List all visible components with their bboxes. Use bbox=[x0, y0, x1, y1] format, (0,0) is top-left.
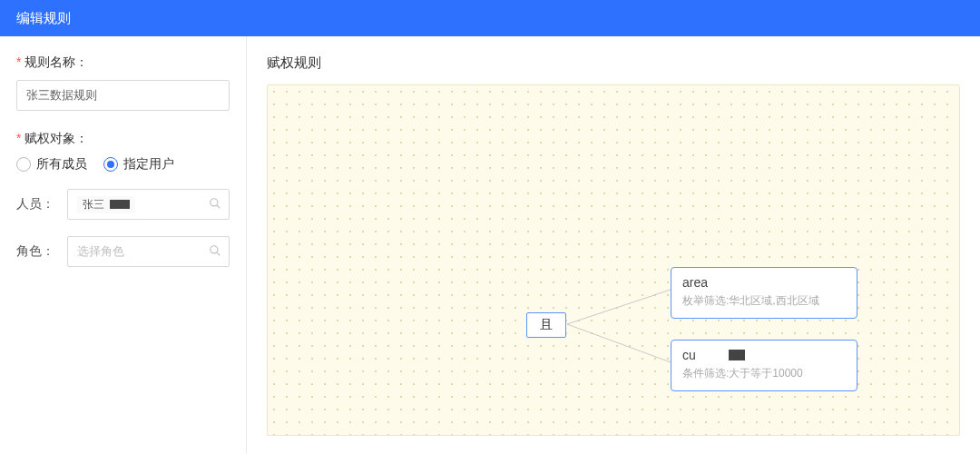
condition-node-area[interactable]: area 枚举筛选:华北区域,西北区域 bbox=[671, 267, 858, 319]
rule-name-row: 规则名称： bbox=[16, 54, 230, 111]
svg-line-1 bbox=[217, 205, 220, 208]
scope-row: 赋权对象： 所有成员 指定用户 人员： 张三 bbox=[16, 131, 230, 267]
role-field: 角色： 选择角色 bbox=[16, 236, 230, 267]
person-tag: 张三 bbox=[77, 196, 135, 213]
modal-body: 规则名称： 赋权对象： 所有成员 指定用户 人员： 张三 bbox=[0, 36, 980, 454]
svg-point-0 bbox=[211, 198, 218, 205]
role-label: 角色： bbox=[16, 243, 58, 260]
person-label: 人员： bbox=[16, 196, 58, 212]
role-placeholder: 选择角色 bbox=[77, 243, 124, 260]
rule-name-label: 规则名称： bbox=[16, 54, 230, 71]
condition-field: cu bbox=[682, 348, 846, 362]
svg-line-5 bbox=[567, 324, 671, 362]
rule-name-input[interactable] bbox=[16, 80, 230, 111]
scope-option-all-label: 所有成员 bbox=[36, 156, 87, 173]
operator-node[interactable]: 且 bbox=[526, 312, 566, 338]
condition-summary: 条件筛选:大于等于10000 bbox=[682, 366, 846, 381]
radio-icon bbox=[16, 157, 31, 172]
scope-option-all[interactable]: 所有成员 bbox=[16, 156, 87, 173]
condition-field: area bbox=[682, 275, 846, 290]
modal-header: 编辑规则 bbox=[0, 0, 980, 36]
person-select[interactable]: 张三 bbox=[67, 189, 230, 220]
scope-label: 赋权对象： bbox=[16, 131, 230, 147]
condition-node-cu[interactable]: cu 条件筛选:大于等于10000 bbox=[671, 340, 858, 391]
scope-option-specific-label: 指定用户 bbox=[123, 156, 174, 173]
search-icon bbox=[209, 244, 221, 260]
svg-point-2 bbox=[211, 245, 218, 252]
condition-summary: 枚举筛选:华北区域,西北区域 bbox=[682, 293, 846, 309]
search-icon bbox=[209, 197, 221, 212]
svg-line-3 bbox=[217, 252, 220, 255]
person-field: 人员： 张三 bbox=[16, 189, 230, 220]
scope-option-specific[interactable]: 指定用户 bbox=[103, 156, 174, 173]
form-panel: 规则名称： 赋权对象： 所有成员 指定用户 人员： 张三 bbox=[0, 36, 247, 454]
role-select[interactable]: 选择角色 bbox=[67, 236, 230, 267]
modal-title: 编辑规则 bbox=[16, 10, 71, 27]
scope-radio-group: 所有成员 指定用户 bbox=[16, 156, 230, 173]
rules-panel: 赋权规则 且 area 枚举筛选:华北区域,西北区域 cu 条件筛选:大于等于1… bbox=[247, 36, 980, 454]
redacted-block bbox=[729, 350, 745, 360]
radio-icon bbox=[103, 157, 118, 172]
rules-section-title: 赋权规则 bbox=[267, 54, 960, 72]
svg-line-4 bbox=[567, 290, 671, 324]
redacted-block bbox=[110, 200, 130, 209]
rule-canvas[interactable]: 且 area 枚举筛选:华北区域,西北区域 cu 条件筛选:大于等于10000 bbox=[267, 84, 960, 436]
